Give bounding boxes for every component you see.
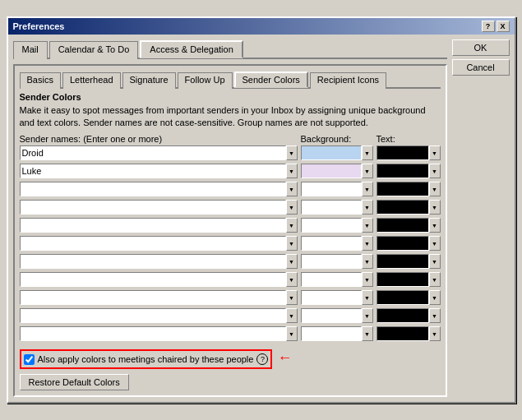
checkbox-row: Also apply colors to meetings chaired by… <box>20 349 273 369</box>
text-color-wrapper: ▼ <box>376 218 441 233</box>
bg-dropdown-button[interactable]: ▼ <box>362 290 373 305</box>
close-title-button[interactable]: X <box>497 21 510 32</box>
text-dropdown-button[interactable]: ▼ <box>429 290 441 305</box>
text-dropdown-button[interactable]: ▼ <box>429 218 441 233</box>
bg-color-box <box>301 236 362 251</box>
tab-followup[interactable]: Follow Up <box>178 72 233 89</box>
bg-color-wrapper: ▼ <box>301 272 373 287</box>
table-row: ▼▼▼ <box>20 218 441 233</box>
name-scroll-button[interactable]: ▼ <box>286 218 298 233</box>
text-dropdown-button[interactable]: ▼ <box>429 254 441 269</box>
name-scroll-button[interactable]: ▼ <box>286 145 298 160</box>
bg-dropdown-button[interactable]: ▼ <box>362 326 373 341</box>
tab-letterhead[interactable]: Letterhead <box>62 72 121 89</box>
bg-color-wrapper: ▼ <box>301 200 373 215</box>
bg-dropdown-button[interactable]: ▼ <box>362 236 373 251</box>
text-color-box <box>376 254 429 269</box>
bg-dropdown-button[interactable]: ▼ <box>362 145 373 160</box>
bg-color-wrapper: ▼ <box>301 254 373 269</box>
bg-color-wrapper: ▼ <box>301 164 373 178</box>
text-color-box <box>376 164 429 178</box>
tab-recipient-icons[interactable]: Recipient Icons <box>310 72 386 89</box>
name-scroll-button[interactable]: ▼ <box>286 272 298 287</box>
sender-name-input[interactable] <box>20 218 286 233</box>
tab-access-delegation[interactable]: Access & Delegation <box>140 40 243 58</box>
bg-color-wrapper: ▼ <box>301 308 373 323</box>
text-color-wrapper: ▼ <box>376 200 441 215</box>
bg-dropdown-button[interactable]: ▼ <box>362 164 373 178</box>
text-color-wrapper: ▼ <box>376 290 441 305</box>
text-dropdown-button[interactable]: ▼ <box>429 145 441 160</box>
name-scroll-button[interactable]: ▼ <box>286 290 298 305</box>
sender-name-input[interactable] <box>20 236 286 251</box>
bg-dropdown-button[interactable]: ▼ <box>362 200 373 215</box>
text-dropdown-button[interactable]: ▼ <box>429 164 441 178</box>
text-color-wrapper: ▼ <box>376 254 441 269</box>
sender-name-input[interactable] <box>20 145 286 160</box>
table-row: ▼▼▼ <box>20 326 441 341</box>
name-input-wrapper: ▼ <box>20 218 298 233</box>
rows-container: ▼▼▼▼▼▼▼▼▼▼▼▼▼▼▼▼▼▼▼▼▼▼▼▼▼▼▼▼▼▼▼▼▼ <box>20 145 441 343</box>
name-scroll-button[interactable]: ▼ <box>286 164 298 178</box>
help-title-button[interactable]: ? <box>482 21 495 32</box>
text-dropdown-button[interactable]: ▼ <box>429 236 441 251</box>
name-input-wrapper: ▼ <box>20 326 298 341</box>
bg-color-box <box>301 182 362 196</box>
bg-dropdown-button[interactable]: ▼ <box>362 308 373 323</box>
text-color-box <box>376 236 429 251</box>
bg-dropdown-button[interactable]: ▼ <box>362 272 373 287</box>
sender-name-input[interactable] <box>20 272 286 287</box>
name-scroll-button[interactable]: ▼ <box>286 200 298 215</box>
text-dropdown-button[interactable]: ▼ <box>429 272 441 287</box>
tab-mail[interactable]: Mail <box>13 41 48 59</box>
text-color-wrapper: ▼ <box>376 145 441 160</box>
name-input-wrapper: ▼ <box>20 145 298 160</box>
outer-tab-strip: Mail Calendar & To Do Access & Delegatio… <box>13 39 447 59</box>
text-dropdown-button[interactable]: ▼ <box>429 326 441 341</box>
apply-colors-checkbox[interactable] <box>24 354 35 365</box>
sender-name-input[interactable] <box>20 200 286 215</box>
checkbox-label: Also apply colors to meetings chaired by… <box>38 354 254 364</box>
name-input-wrapper: ▼ <box>20 200 298 215</box>
cancel-button[interactable]: Cancel <box>452 59 510 76</box>
text-color-wrapper: ▼ <box>376 272 441 287</box>
title-bar-buttons: ? X <box>482 21 510 32</box>
text-color-wrapper: ▼ <box>376 182 441 196</box>
tab-signature[interactable]: Signature <box>122 72 176 89</box>
bg-dropdown-button[interactable]: ▼ <box>362 218 373 233</box>
sender-name-input[interactable] <box>20 182 286 196</box>
side-buttons: OK Cancel <box>452 39 510 398</box>
name-scroll-button[interactable]: ▼ <box>286 326 298 341</box>
text-dropdown-button[interactable]: ▼ <box>429 308 441 323</box>
tab-basics[interactable]: Basics <box>20 72 61 89</box>
name-scroll-button[interactable]: ▼ <box>286 236 298 251</box>
sender-name-input[interactable] <box>20 308 286 323</box>
text-color-box <box>376 326 429 341</box>
bg-dropdown-button[interactable]: ▼ <box>362 182 373 196</box>
sender-name-input[interactable] <box>20 326 286 341</box>
sender-name-input[interactable] <box>20 254 286 269</box>
text-color-box <box>376 308 429 323</box>
bg-color-wrapper: ▼ <box>301 290 373 305</box>
sender-name-input[interactable] <box>20 164 286 178</box>
name-scroll-button[interactable]: ▼ <box>286 254 298 269</box>
table-row: ▼▼▼ <box>20 272 441 287</box>
dialog-title: Preferences <box>13 21 65 31</box>
ok-button[interactable]: OK <box>452 39 510 56</box>
tab-calendar[interactable]: Calendar & To Do <box>49 41 139 59</box>
bg-color-wrapper: ▼ <box>301 218 373 233</box>
text-dropdown-button[interactable]: ▼ <box>429 182 441 196</box>
bg-color-box <box>301 326 362 341</box>
help-icon[interactable]: ? <box>256 353 268 365</box>
name-scroll-button[interactable]: ▼ <box>286 308 298 323</box>
bg-color-box <box>301 200 362 215</box>
name-scroll-button[interactable]: ▼ <box>286 182 298 196</box>
bg-dropdown-button[interactable]: ▼ <box>362 254 373 269</box>
text-dropdown-button[interactable]: ▼ <box>429 200 441 215</box>
tab-sender-colors[interactable]: Sender Colors <box>234 72 308 88</box>
table-row: ▼▼▼ <box>20 200 441 215</box>
sender-name-input[interactable] <box>20 290 286 305</box>
restore-defaults-button[interactable]: Restore Default Colors <box>20 374 129 390</box>
preferences-dialog: Preferences ? X Mail Calendar & To Do Ac… <box>7 16 516 404</box>
text-column-header: Text: <box>376 134 441 144</box>
